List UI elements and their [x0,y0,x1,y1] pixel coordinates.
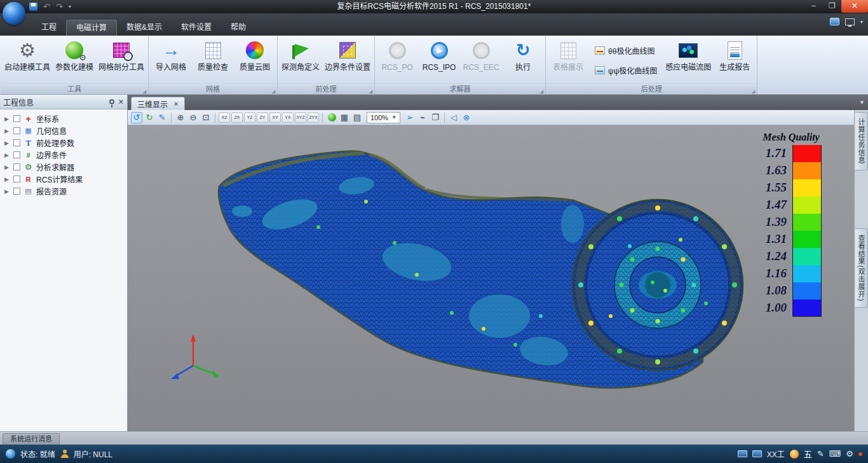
close-button[interactable]: ✕ [841,0,868,13]
expand-arrow-icon[interactable]: ▶ [4,176,10,183]
brush-icon[interactable]: ✎ [817,449,824,459]
probe-angle-button[interactable]: 探测角定义 [280,38,322,83]
chevron-down-icon[interactable]: ▾ [860,19,863,25]
legend-title: Mesh Quality [753,132,829,143]
grid-view-icon[interactable]: ▤ [351,112,363,123]
dialog-launcher-icon[interactable]: ◢ [752,86,755,97]
dialog-launcher-icon[interactable]: ◢ [272,86,275,97]
expand-arrow-icon[interactable]: ▶ [4,164,10,170]
ime-mode-indicator[interactable]: 五 [804,448,812,460]
view-yx-button[interactable]: YX [282,113,294,123]
view-yz-button[interactable]: YZ [244,113,255,123]
import-mesh-button[interactable]: → 导入网格 [151,38,191,83]
window-preview-icon[interactable] [752,450,762,457]
legend-value: 1.24 [753,248,792,265]
probe-pen-icon[interactable]: ⌁ [417,112,428,123]
tab-3d-display[interactable]: 三维显示 ✕ [131,97,185,110]
view-xz-button[interactable]: XZ [219,113,230,123]
orbit-icon[interactable]: ↺ [131,112,142,123]
menu-tab-help[interactable]: 帮助 [221,20,255,36]
curve-chart-icon [595,46,605,55]
launch-modeler-button[interactable]: ⚙ 启动建模工具 [3,38,52,83]
induced-current-map-button[interactable]: 感应电磁流图 [663,38,713,83]
checkbox[interactable] [13,115,20,122]
quality-cloud-button[interactable]: 质量云图 [234,38,275,83]
stop-icon[interactable]: ⊗ [461,112,472,123]
window-preview-icon[interactable] [738,450,747,457]
expand-arrow-icon[interactable]: ▶ [4,128,10,134]
checkbox[interactable] [13,151,20,158]
expand-arrow-icon[interactable]: ▶ [4,140,10,146]
sketch-icon[interactable]: ✎ [156,112,168,123]
maximize-button[interactable]: ❐ [823,0,841,13]
tab-list-dropdown-icon[interactable]: ▼ [859,99,865,106]
view-zy-button[interactable]: ZY [257,113,268,123]
tree-item-analysis-solver[interactable]: ▶ ⚙ 分析求解器 [0,161,127,173]
checkbox[interactable] [13,127,20,134]
checkbox[interactable] [13,176,20,183]
view-xy-button[interactable]: XY [269,113,281,123]
tree-item-report-resources[interactable]: ▶ ▤ 报告资源 [0,185,127,197]
tree-item-preprocess-params[interactable]: ▶ T 前处理参数 [0,137,127,149]
side-tab-task-info[interactable]: 计算任务信息 [855,112,868,170]
menu-tab-settings[interactable]: 软件设置 [172,20,221,36]
expand-arrow-icon[interactable]: ▶ [4,116,10,122]
checkbox[interactable] [13,163,20,170]
ribbon-group-label-tools: 工具◢ [1,83,148,94]
shaded-view-icon[interactable] [326,112,337,123]
psi-polarization-curve-button[interactable]: ψψ极化曲线图 [592,63,660,78]
boundary-settings-button[interactable]: 边界条件设置 [323,38,372,83]
menu-tab-em-compute[interactable]: 电磁计算 [66,20,117,36]
viewport-tab-strip: 三维显示 ✕ ▼ [128,95,868,110]
spin-icon[interactable]: ↻ [144,112,155,123]
close-icon[interactable]: ✕ [173,100,179,107]
curve-chart-icon [595,66,605,74]
display-icon[interactable] [845,18,855,25]
expand-arrow-icon[interactable]: ▶ [4,188,10,195]
viewport-3d[interactable]: Mesh Quality 1.71 1.63 1.55 1.47 1.39 1.… [128,125,854,431]
checkbox[interactable] [13,188,20,195]
dialog-launcher-icon[interactable]: ◢ [540,86,543,97]
flip-icon[interactable]: ◁ [448,112,459,123]
tree-item-boundary-conditions[interactable]: ▶ # 边界条件 [0,149,127,161]
side-tab-view-results[interactable]: 查看结果(双击展开) [855,228,868,308]
zoom-in-icon[interactable]: ⊕ [175,112,186,123]
zoom-window-icon[interactable]: ⊡ [200,112,212,123]
menu-tab-project[interactable]: 工程 [32,20,66,36]
dialog-launcher-icon[interactable]: ◢ [369,86,372,97]
theta-polarization-curve-button[interactable]: θθ极化曲线图 [592,43,660,59]
ime-logo-icon[interactable] [790,450,799,459]
pin-icon[interactable] [109,99,114,104]
green-pennant-icon [295,44,309,57]
expand-arrow-icon[interactable]: ▶ [4,152,10,158]
legend-value: 1.47 [753,197,792,214]
rcs-ipo-button[interactable]: RCS_IPO [419,38,459,83]
system-messages-tab[interactable]: 系统运行消息 [3,433,60,445]
app-logo[interactable] [3,2,25,25]
keyboard-icon[interactable]: ⌨ [829,449,841,459]
zoom-level-select[interactable]: 100% ▼ [367,112,400,123]
close-icon[interactable]: ✕ [118,99,124,106]
view-zx-button[interactable]: ZX [231,113,243,123]
view-iso-button[interactable]: XYZ [295,113,306,123]
dialog-launcher-icon[interactable]: ◢ [143,86,146,97]
menu-tab-data-display[interactable]: 数据&显示 [117,20,172,36]
zoom-out-icon[interactable]: ⊖ [187,112,199,123]
mesh-partition-tool-button[interactable]: 网格剖分工具 [97,38,146,83]
window-title: 复杂目标RCS电磁分析软件2015 R1 - RCS_2015031801* [0,0,868,13]
wireframe-view-icon[interactable]: ▦ [339,112,350,123]
minimize-button[interactable]: – [804,0,823,13]
checkbox[interactable] [13,139,20,146]
tree-item-rcs-results[interactable]: ▶ R RCS计算结果 [0,173,127,185]
panel-toggle-icon[interactable] [830,18,839,25]
view-iso2-button[interactable]: ZYX [308,113,319,123]
execute-button[interactable]: ↻ 执行 [503,38,543,83]
quality-check-button[interactable]: 质量检查 [193,38,233,83]
parametric-modeling-button[interactable]: 参数化建模 [53,38,95,83]
tree-item-coordinate-system[interactable]: ▶ + 坐标系 [0,113,127,125]
gear-icon[interactable]: ⚙ [846,449,853,459]
layers-icon[interactable]: ❐ [430,112,441,123]
generate-report-button[interactable]: 生成报告 [714,38,755,83]
select-icon[interactable]: ➢ [404,112,416,123]
tree-item-geometry-info[interactable]: ▶ ▦ 几何信息 [0,125,127,137]
